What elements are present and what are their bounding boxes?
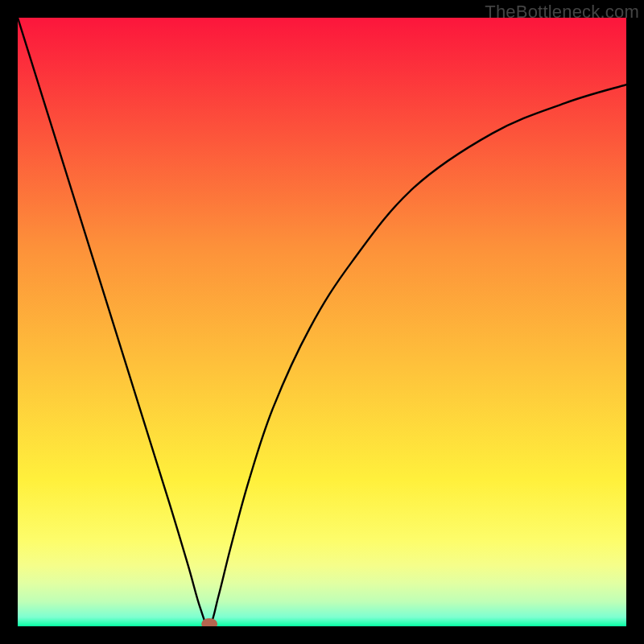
attribution-text: TheBottleneck.com [485, 2, 639, 23]
chart-svg [18, 18, 626, 626]
gradient-background [18, 18, 626, 626]
chart-frame: TheBottleneck.com [0, 0, 644, 644]
plot-area [18, 18, 626, 626]
